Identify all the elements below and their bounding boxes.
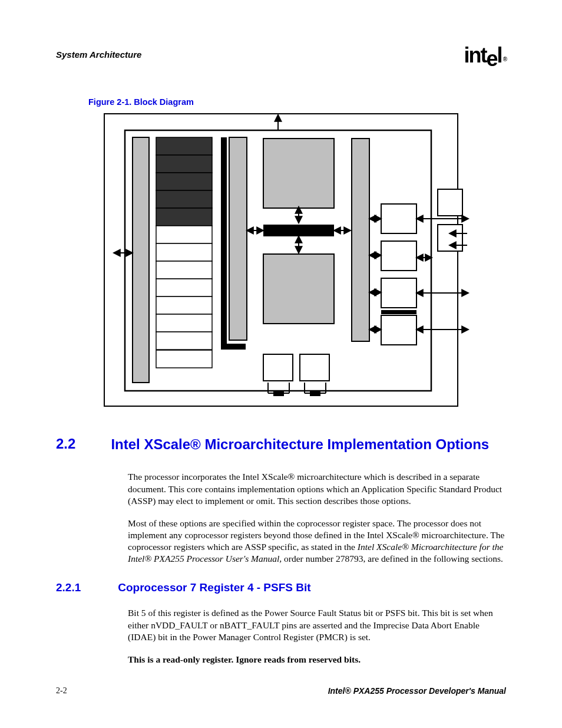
- section-name: System Architecture: [56, 50, 141, 60]
- svg-rect-7: [156, 190, 212, 208]
- heading-2-2-1: 2.2.1 Coprocessor 7 Register 4 - PSFS Bi…: [56, 581, 506, 594]
- svg-rect-43: [438, 189, 462, 216]
- heading-title: Coprocessor 7 Register 4 - PSFS Bit: [118, 581, 310, 594]
- para-2-2-b: Most of these options are specified with…: [128, 518, 506, 565]
- svg-rect-4: [156, 137, 212, 155]
- svg-rect-14: [156, 314, 212, 332]
- svg-rect-5: [156, 155, 212, 173]
- svg-rect-39: [381, 204, 416, 233]
- svg-rect-9: [156, 226, 212, 243]
- svg-rect-28: [300, 354, 329, 381]
- para-2-2-1-b: This is a read-only register. Ignore rea…: [128, 654, 506, 666]
- svg-rect-19: [263, 139, 334, 208]
- svg-rect-13: [156, 297, 212, 314]
- svg-rect-11: [156, 261, 212, 279]
- heading-2-2: 2.2 Intel XScale® Microarchitecture Impl…: [56, 436, 506, 453]
- svg-rect-44: [438, 225, 462, 251]
- para-2-2-b-2: order number 278793, are defined in the …: [282, 554, 503, 564]
- page-footer: 2-2 Intel® PXA255 Processor Developer's …: [56, 686, 506, 696]
- logo-part1: int: [464, 43, 487, 67]
- svg-rect-54: [381, 310, 416, 314]
- page-header: System Architecture intel®: [56, 46, 506, 65]
- svg-rect-21: [263, 225, 334, 236]
- heading-title: Intel XScale® Microarchitecture Implemen…: [111, 436, 506, 453]
- svg-rect-27: [263, 354, 293, 381]
- block-diagram: [56, 113, 506, 407]
- para-2-2-1-a: Bit 5 of this register is defined as the…: [128, 607, 506, 643]
- svg-rect-15: [156, 332, 212, 350]
- svg-rect-16: [156, 350, 212, 368]
- svg-rect-18: [229, 137, 247, 340]
- svg-rect-12: [156, 279, 212, 297]
- svg-rect-26: [352, 139, 369, 341]
- block-diagram-svg: [92, 113, 470, 407]
- svg-rect-33: [274, 391, 283, 396]
- svg-rect-6: [156, 173, 212, 190]
- svg-rect-10: [156, 243, 212, 261]
- page-number: 2-2: [56, 686, 67, 696]
- svg-rect-41: [381, 278, 416, 308]
- heading-number: 2.2.1: [56, 581, 81, 594]
- heading-number: 2.2: [56, 436, 75, 452]
- para-2-2-a: The processor incorporates the Intel XSc…: [128, 471, 506, 506]
- svg-rect-25: [263, 254, 334, 324]
- manual-name: Intel® PXA255 Processor Developer's Manu…: [328, 686, 506, 696]
- svg-rect-38: [310, 391, 320, 396]
- logo-part3: l: [497, 43, 502, 67]
- logo-reg: ®: [503, 56, 507, 62]
- figure-caption: Figure 2-1. Block Diagram: [88, 97, 506, 107]
- svg-rect-42: [381, 315, 416, 345]
- logo-part2: e: [487, 47, 497, 71]
- svg-rect-8: [156, 208, 212, 226]
- svg-rect-40: [381, 241, 416, 271]
- svg-rect-3: [133, 137, 149, 383]
- intel-logo: intel®: [464, 46, 506, 65]
